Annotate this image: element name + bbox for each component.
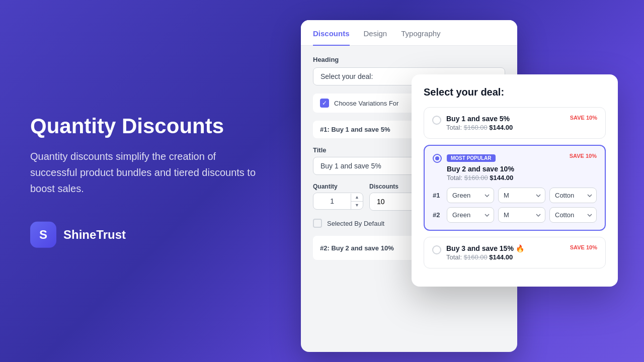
deal-option-2-radio[interactable] <box>433 154 442 163</box>
variation-2-size[interactable]: MSLXL <box>498 207 545 223</box>
deal-option-1-total: Total: $160.00 $144.00 <box>446 124 565 131</box>
stepper-up[interactable]: ▲ <box>351 194 363 202</box>
variation-2-material[interactable]: CottonPolyesterWool <box>549 207 597 223</box>
deal-option-2-total: Total: $160.00 $144.00 <box>447 174 565 182</box>
deal-option-3-text: Buy 3 and save 15% 🔥 Total: $160.00 $144… <box>446 244 565 261</box>
choose-variations-checkbox[interactable] <box>320 99 329 108</box>
deal-option-3-save-badge: SAVE 10% <box>570 244 597 250</box>
deal-option-1-title: Buy 1 and save 5% <box>446 115 565 123</box>
variation-row-2: #2 GreenRedBlue MSLXL CottonPolyesterWoo… <box>433 207 597 223</box>
deal-option-1-radio[interactable] <box>432 116 441 125</box>
tab-typography[interactable]: Typography <box>401 20 440 46</box>
deal-option-2-header: MOST POPULAR Buy 2 and save 10% Total: $… <box>433 153 597 182</box>
selected-by-default-checkbox[interactable] <box>313 219 322 228</box>
deal-option-3[interactable]: Buy 3 and save 15% 🔥 Total: $160.00 $144… <box>424 237 606 268</box>
main-title: Quantity Discounts <box>30 114 262 138</box>
main-description: Quantity discounts simplify the creation… <box>30 148 262 197</box>
deal-option-2-original: $160.00 <box>464 174 488 182</box>
heading-label: Heading <box>313 56 505 63</box>
variation-1-size[interactable]: MSLXL <box>498 188 545 203</box>
most-popular-badge: MOST POPULAR <box>447 154 496 162</box>
variation-2-num: #2 <box>433 211 443 219</box>
choose-variations-label: Choose Variations For <box>334 100 398 107</box>
deal-option-3-discounted: $144.00 <box>489 253 513 261</box>
deal-option-3-total: Total: $160.00 $144.00 <box>446 253 565 261</box>
quantity-col-label: Quantity <box>313 183 363 190</box>
variation-1-material[interactable]: CottonPolyesterWool <box>549 188 597 203</box>
deal-option-1-text: Buy 1 and save 5% Total: $160.00 $144.00 <box>446 115 565 131</box>
deal-option-2-discounted: $144.00 <box>490 174 513 182</box>
deal-option-2-title: Buy 2 and save 10% <box>447 165 565 173</box>
deal-option-2-text: MOST POPULAR Buy 2 and save 10% Total: $… <box>447 153 565 182</box>
overlay-heading: Select your deal: <box>424 86 606 98</box>
brand-name: ShineTrust <box>63 228 126 242</box>
deal-option-1-total-label: Total: <box>446 124 462 131</box>
variation-1-num: #1 <box>433 192 443 199</box>
fire-emoji: 🔥 <box>516 244 524 252</box>
variation-rows: #1 GreenRedBlue MSLXL CottonPolyesterWoo… <box>433 188 597 223</box>
variation-2-color[interactable]: GreenRedBlue <box>447 207 494 223</box>
quantity-value: 1 <box>313 193 351 209</box>
deal-option-1[interactable]: Buy 1 and save 5% Total: $160.00 $144.00… <box>424 107 606 139</box>
deal-option-2-total-label: Total: <box>447 174 462 182</box>
deal-option-2-save-badge: SAVE 10% <box>570 153 597 159</box>
deal-option-2[interactable]: MOST POPULAR Buy 2 and save 10% Total: $… <box>424 145 606 231</box>
deal-option-1-discounted: $144.00 <box>489 124 513 131</box>
tab-discounts[interactable]: Discounts <box>313 20 350 46</box>
selected-by-default-label: Selected By Default <box>327 220 384 227</box>
deal-option-1-original: $160.00 <box>464 124 488 131</box>
deal-option-1-header: Buy 1 and save 5% Total: $160.00 $144.00… <box>432 115 597 131</box>
discount2-label: #2: Buy 2 and save 10% <box>320 244 394 252</box>
deal-option-3-original: $160.00 <box>464 253 488 261</box>
tab-design[interactable]: Design <box>364 20 387 46</box>
quantity-stepper[interactable]: 1 ▲ ▼ <box>313 193 363 210</box>
tabs-bar: Discounts Design Typography <box>301 20 517 46</box>
variation-1-color[interactable]: GreenRedBlue <box>447 188 494 203</box>
left-panel: Quantity Discounts Quantity discounts si… <box>30 114 262 248</box>
stepper-down[interactable]: ▼ <box>351 202 363 209</box>
variation-row-1: #1 GreenRedBlue MSLXL CottonPolyesterWoo… <box>433 188 597 203</box>
deal-option-1-save-badge: SAVE 10% <box>570 115 597 121</box>
stepper-arrows: ▲ ▼ <box>351 194 363 209</box>
deal-option-3-title: Buy 3 and save 15% 🔥 <box>446 244 565 252</box>
deal-option-3-radio[interactable] <box>432 245 441 254</box>
brand-logo: S <box>30 222 56 248</box>
quantity-col: Quantity 1 ▲ ▼ <box>313 183 363 211</box>
deal-option-3-total-label: Total: <box>446 253 462 261</box>
overlay-card: Select your deal: Buy 1 and save 5% Tota… <box>412 74 618 287</box>
brand-section: S ShineTrust <box>30 222 262 248</box>
deal-option-3-header: Buy 3 and save 15% 🔥 Total: $160.00 $144… <box>432 244 597 261</box>
